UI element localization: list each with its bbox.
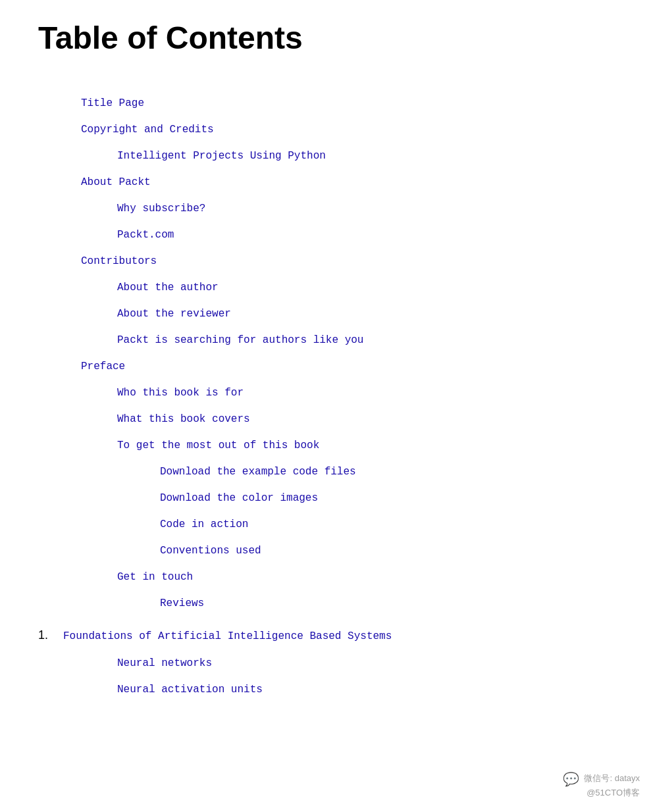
toc-item-reviews[interactable]: Reviews [160,598,615,609]
toc-item-packt-searching[interactable]: Packt is searching for authors like you [117,335,615,345]
toc-item-download-images[interactable]: Download the color images [160,493,615,503]
chapter-1-item: 1. Foundations of Artificial Intelligenc… [38,628,615,642]
toc-item-intelligent-projects[interactable]: Intelligent Projects Using Python [117,151,615,161]
toc-item-neural-activation[interactable]: Neural activation units [117,684,615,695]
toc-container: Title Page Copyright and Credits Intelli… [38,82,615,695]
toc-item-code-action[interactable]: Code in action [160,519,615,530]
toc-item-what-covers[interactable]: What this book covers [117,414,615,424]
toc-item-get-most[interactable]: To get the most out of this book [117,440,615,451]
toc-item-preface[interactable]: Preface [81,361,615,372]
toc-item-who-for[interactable]: Who this book is for [117,388,615,398]
toc-item-download-code[interactable]: Download the example code files [160,467,615,477]
toc-item-about-packt[interactable]: About Packt [81,177,615,188]
toc-item-title-page[interactable]: Title Page [81,98,615,109]
toc-item-about-author[interactable]: About the author [117,282,615,293]
page-title: Table of Contents [38,20,615,56]
toc-item-about-reviewer[interactable]: About the reviewer [117,309,615,319]
toc-item-copyright[interactable]: Copyright and Credits [81,124,615,135]
toc-item-packt-com[interactable]: Packt.com [117,230,615,240]
toc-item-chapter-1[interactable]: Foundations of Artificial Intelligence B… [63,631,392,642]
toc-item-conventions[interactable]: Conventions used [160,546,615,556]
toc-item-contributors[interactable]: Contributors [81,256,615,266]
toc-item-why-subscribe[interactable]: Why subscribe? [117,203,615,214]
toc-item-get-touch[interactable]: Get in touch [117,572,615,582]
chapter-1-number: 1. [38,628,58,642]
toc-item-neural-networks[interactable]: Neural networks [117,658,615,669]
